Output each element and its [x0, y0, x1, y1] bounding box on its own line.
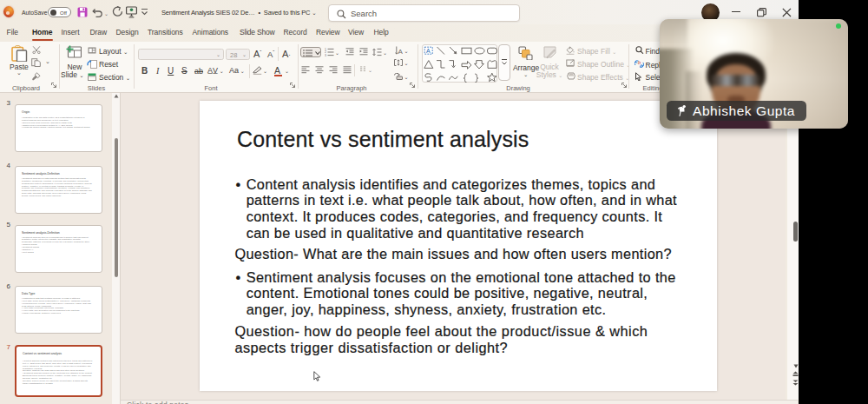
svg-text:c: c [639, 63, 641, 67]
svg-text:3: 3 [325, 54, 326, 56]
svg-text:A: A [426, 47, 431, 53]
svg-text:A: A [398, 48, 402, 55]
